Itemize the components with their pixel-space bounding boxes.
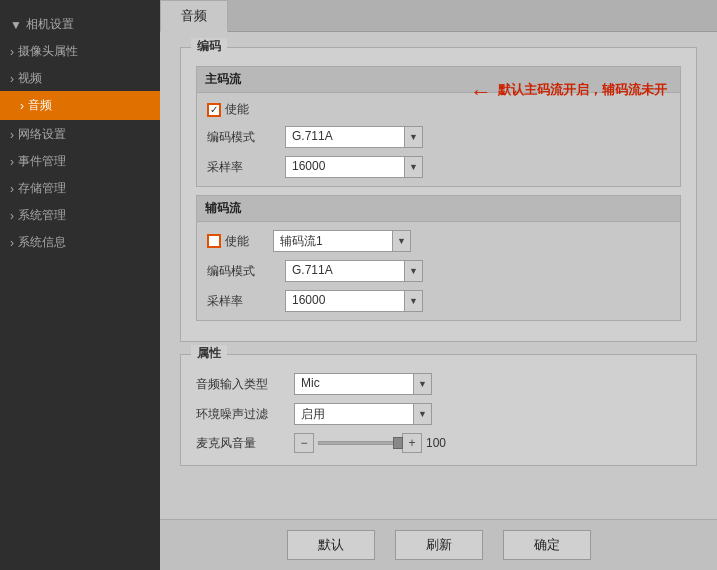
sub-stream-enable-row: 使能 辅码流1 ▼ [207,230,670,252]
noise-filter-value[interactable]: 启用 [294,403,414,425]
sidebar-arrow-system: › [10,209,14,223]
sidebar-item-camera-props[interactable]: › 摄像头属性 [0,37,160,64]
sub-stream-enable-wrapper[interactable]: 使能 [207,233,249,250]
tab-bar: 音频 [160,0,717,32]
main-stream-sample-dropdown[interactable]: 16000 ▼ [285,156,423,178]
encoding-wrapper: 编码 主码流 使能 [180,47,697,342]
mic-volume-value: 100 [426,436,451,450]
default-button[interactable]: 默认 [287,530,375,560]
main-stream-enable-row: 使能 [207,101,670,118]
sub-stream-enable-checkbox[interactable] [207,234,221,248]
sub-stream-sample-arrow[interactable]: ▼ [405,290,423,312]
main-stream-sample-row: 采样率 16000 ▼ [207,156,670,178]
mic-volume-label: 麦克风音量 [196,435,286,452]
confirm-button[interactable]: 确定 [503,530,591,560]
main-stream-sample-value[interactable]: 16000 [285,156,405,178]
audio-input-dropdown[interactable]: Mic ▼ [294,373,432,395]
encoding-legend: 编码 [191,38,227,55]
main-stream-enable-checkbox[interactable] [207,103,221,117]
mic-volume-thumb[interactable] [393,437,403,449]
audio-input-arrow[interactable]: ▼ [414,373,432,395]
sidebar-item-event[interactable]: › 事件管理 [0,147,160,174]
tab-audio[interactable]: 音频 [160,0,228,32]
sidebar-title-arrow: ▼ [10,18,22,32]
sub-stream-select-value[interactable]: 辅码流1 [273,230,393,252]
button-bar: 默认 刷新 确定 [160,519,717,570]
sub-stream-encode-arrow[interactable]: ▼ [405,260,423,282]
sidebar-arrow-network: › [10,128,14,142]
mic-volume-slider-container: − + 100 [294,433,451,453]
sub-stream-header: 辅码流 [197,196,680,222]
sidebar-item-sysinfo[interactable]: › 系统信息 [0,228,160,255]
main-stream-enable-label: 使能 [225,101,249,118]
sidebar-arrow-video: › [10,72,14,86]
audio-input-value[interactable]: Mic [294,373,414,395]
sub-stream-encode-row: 编码模式 G.711A ▼ [207,260,670,282]
sub-stream-enable-label: 使能 [225,233,249,250]
sidebar-arrow-sysinfo: › [10,236,14,250]
sidebar: ▼ 相机设置 › 摄像头属性 › 视频 › 音频 › 网络设置 › 事件管理 ›… [0,0,160,570]
sidebar-arrow-camera-props: › [10,45,14,59]
properties-content: 音频输入类型 Mic ▼ 环境噪声过滤 启用 ▼ 麦克风音量 [181,355,696,465]
main-content: 音频 编码 主码流 使能 [160,0,717,570]
sidebar-arrow-storage: › [10,182,14,196]
sub-stream-encode-dropdown[interactable]: G.711A ▼ [285,260,423,282]
mic-volume-row: 麦克风音量 − + 100 [196,433,681,453]
sidebar-title: ▼ 相机设置 [0,10,160,37]
noise-filter-label: 环境噪声过滤 [196,406,286,423]
refresh-button[interactable]: 刷新 [395,530,483,560]
audio-input-label: 音频输入类型 [196,376,286,393]
sidebar-item-network[interactable]: › 网络设置 [0,120,160,147]
sidebar-item-audio[interactable]: › 音频 [0,91,160,120]
properties-legend: 属性 [191,345,227,362]
properties-section: 属性 音频输入类型 Mic ▼ 环境噪声过滤 启用 ▼ [180,354,697,466]
content-area: 编码 主码流 使能 [160,32,717,519]
main-stream-encode-dropdown[interactable]: G.711A ▼ [285,126,423,148]
main-stream-header: 主码流 [197,67,680,93]
noise-filter-arrow[interactable]: ▼ [414,403,432,425]
noise-filter-row: 环境噪声过滤 启用 ▼ [196,403,681,425]
sidebar-item-storage[interactable]: › 存储管理 [0,174,160,201]
main-stream-encode-value[interactable]: G.711A [285,126,405,148]
sub-stream-select-arrow[interactable]: ▼ [393,230,411,252]
sub-stream-sample-dropdown[interactable]: 16000 ▼ [285,290,423,312]
sub-stream-encode-label: 编码模式 [207,263,277,280]
audio-input-row: 音频输入类型 Mic ▼ [196,373,681,395]
sub-stream-section: 辅码流 使能 辅码流1 ▼ [196,195,681,321]
sub-stream-encode-value[interactable]: G.711A [285,260,405,282]
sidebar-arrow-audio: › [20,99,24,113]
main-stream-sample-arrow[interactable]: ▼ [405,156,423,178]
sidebar-item-video[interactable]: › 视频 [0,64,160,91]
main-stream-encode-label: 编码模式 [207,129,277,146]
sub-stream-sample-row: 采样率 16000 ▼ [207,290,670,312]
mic-volume-track[interactable] [318,441,398,445]
mic-volume-increase-button[interactable]: + [402,433,422,453]
sidebar-item-system[interactable]: › 系统管理 [0,201,160,228]
main-stream-section: 主码流 使能 编码模式 [196,66,681,187]
sidebar-arrow-event: › [10,155,14,169]
encoding-section: 编码 主码流 使能 [180,47,697,342]
main-stream-enable-wrapper[interactable]: 使能 [207,101,249,118]
main-stream-sample-label: 采样率 [207,159,277,176]
main-stream-content: 使能 编码模式 G.711A ▼ [197,93,680,186]
sub-stream-select-dropdown[interactable]: 辅码流1 ▼ [273,230,411,252]
encoding-content: 主码流 使能 编码模式 [181,48,696,341]
main-stream-encode-row: 编码模式 G.711A ▼ [207,126,670,148]
noise-filter-dropdown[interactable]: 启用 ▼ [294,403,432,425]
mic-volume-decrease-button[interactable]: − [294,433,314,453]
sub-stream-content: 使能 辅码流1 ▼ 编码模式 G. [197,222,680,320]
sub-stream-sample-label: 采样率 [207,293,277,310]
main-stream-encode-arrow[interactable]: ▼ [405,126,423,148]
sub-stream-sample-value[interactable]: 16000 [285,290,405,312]
